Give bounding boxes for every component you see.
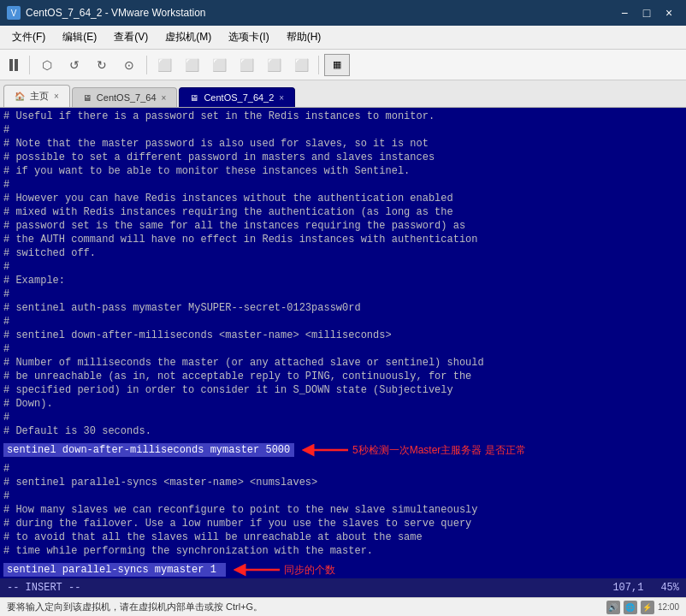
tab-centos1-label: CentOS_7_64: [97, 92, 157, 103]
command-line-2: sentinel parallel-syncs mymaster 1: [3, 563, 226, 577]
command-line-1: sentinel down-after-milliseconds mymaste…: [3, 443, 294, 457]
menu-view[interactable]: 查看(V): [105, 27, 157, 48]
line-26: #: [3, 462, 683, 476]
annotation-2: 同步的个数: [233, 558, 335, 578]
line-20: # be unreachable (as in, not acceptable …: [3, 370, 683, 383]
toolbar-btn-4[interactable]: ⊙: [117, 53, 141, 77]
menu-tabs[interactable]: 选项卡(I): [220, 27, 277, 48]
menu-edit[interactable]: 编辑(E): [54, 27, 105, 48]
line-28: #: [3, 489, 683, 503]
line-32: # time while performing the synchronizat…: [3, 544, 683, 558]
toolbar-btn-9[interactable]: ⬜: [262, 53, 286, 77]
title-bar-left: V CentOS_7_64_2 - VMware Workstation: [7, 6, 206, 20]
annotation-1: 5秒检测一次Master主服务器 是否正常: [301, 438, 526, 462]
vim-status-bar: -- INSERT -- 107,1 45%: [0, 578, 686, 597]
annotation-arrow-2: [233, 558, 284, 578]
toolbar-btn-7[interactable]: ⬜: [207, 53, 231, 77]
annotation-text-2: 同步的个数: [284, 563, 335, 578]
line-9: # password set is the same for all the i…: [3, 219, 683, 233]
annotation-arrow-1: [301, 438, 352, 462]
bottom-bar: 要将输入定向到该虚拟机，请在虚拟机内部单击或按 Ctrl+G。 🔊 🌐 ⚡ 12…: [0, 597, 686, 616]
line-7: # However you can have Redis instances w…: [3, 192, 683, 205]
tab-centos1-close[interactable]: ×: [162, 93, 167, 103]
system-tray: 🔊 🌐 ⚡ 12:00: [606, 601, 679, 614]
line-27: # sentinel parallel-syncs <master-name> …: [3, 476, 683, 489]
line-2: #: [3, 123, 683, 137]
line-13: # Example:: [3, 274, 683, 287]
close-button[interactable]: ×: [659, 3, 679, 23]
line-30: # during the failover. Use a low number …: [3, 517, 683, 530]
line-14: #: [3, 287, 683, 301]
annotation-text-1: 5秒检测一次Master主服务器 是否正常: [352, 443, 526, 458]
line-19: # Number of milliseconds the master (or …: [3, 356, 683, 370]
vim-percent: 45%: [660, 582, 679, 594]
line-24: # Default is 30 seconds.: [3, 424, 683, 438]
window-controls: − □ ×: [614, 3, 679, 23]
command-line-2-container: sentinel parallel-syncs mymaster 1 同步的个数: [3, 558, 683, 578]
line-17: # sentinel down-after-milliseconds <mast…: [3, 329, 683, 342]
menu-help[interactable]: 帮助(H): [278, 27, 330, 48]
menu-vm[interactable]: 虚拟机(M): [157, 27, 220, 48]
line-23: #: [3, 411, 683, 424]
line-11: # switched off.: [3, 246, 683, 260]
sys-icon-3: ⚡: [641, 601, 654, 614]
title-bar: V CentOS_7_64_2 - VMware Workstation − □…: [0, 0, 686, 26]
line-16: #: [3, 315, 683, 329]
toolbar-btn-1[interactable]: ⬡: [35, 53, 59, 77]
toolbar-btn-2[interactable]: ↺: [62, 53, 86, 77]
toolbar-separator-2: [146, 56, 147, 74]
bottom-message: 要将输入定向到该虚拟机，请在虚拟机内部单击或按 Ctrl+G。: [7, 601, 263, 613]
window-title: CentOS_7_64_2 - VMware Workstation: [26, 7, 206, 19]
app-icon: V: [7, 6, 21, 20]
line-22: # Down).: [3, 397, 683, 411]
menu-file[interactable]: 文件(F): [3, 27, 54, 48]
tab-centos2-label: CentOS_7_64_2: [204, 92, 274, 103]
toolbar: ⬡ ↺ ↻ ⊙ ⬜ ⬜ ⬜ ⬜ ⬜ ⬜ ▦: [0, 50, 686, 80]
toolbar-btn-6[interactable]: ⬜: [180, 53, 204, 77]
home-icon: 🏠: [15, 92, 25, 101]
line-29: # How many slaves we can reconfigure to …: [3, 503, 683, 517]
toolbar-btn-3[interactable]: ↻: [90, 53, 114, 77]
menu-bar: 文件(F) 编辑(E) 查看(V) 虚拟机(M) 选项卡(I) 帮助(H): [0, 26, 686, 50]
toolbar-btn-10[interactable]: ⬜: [289, 53, 313, 77]
line-1: # Useful if there is a password set in t…: [3, 110, 683, 123]
tab-home-label: 主页: [30, 90, 49, 103]
vim-mode: -- INSERT --: [7, 582, 80, 594]
sys-icon-1: 🔊: [606, 601, 620, 614]
tab-centos2[interactable]: 🖥 CentOS_7_64_2 ×: [179, 87, 295, 107]
toolbar-icon-box[interactable]: ▦: [324, 54, 350, 76]
line-10: # the AUTH command will have no effect i…: [3, 233, 683, 246]
tab-centos2-close[interactable]: ×: [279, 93, 284, 103]
line-5: # if you want to be able to monitor thes…: [3, 164, 683, 178]
line-4: # possible to set a different password i…: [3, 151, 683, 164]
maximize-button[interactable]: □: [636, 3, 657, 23]
tab-home-close[interactable]: ×: [54, 92, 59, 101]
tab-centos1[interactable]: 🖥 CentOS_7_64 ×: [72, 87, 178, 107]
terminal-content: # Useful if there is a password set in t…: [0, 108, 686, 578]
vm-icon-2: 🖥: [190, 93, 198, 103]
minimize-button[interactable]: −: [614, 3, 635, 23]
toolbar-btn-5[interactable]: ⬜: [152, 53, 176, 77]
vim-pos: 107,1: [612, 582, 643, 594]
app-window: V CentOS_7_64_2 - VMware Workstation − □…: [0, 0, 686, 616]
line-12: #: [3, 260, 683, 274]
line-31: # to avoid that all the slaves will be u…: [3, 530, 683, 544]
line-6: #: [3, 178, 683, 192]
command-line-1-container: sentinel down-after-milliseconds mymaste…: [3, 438, 683, 462]
vim-position: 107,1 45%: [612, 582, 679, 594]
sys-icon-2: 🌐: [624, 601, 637, 614]
terminal[interactable]: # Useful if there is a password set in t…: [0, 108, 686, 578]
line-15: # sentinel auth-pass mymaster MySUPER--s…: [3, 301, 683, 315]
line-8: # mixed with Redis instances requiring t…: [3, 205, 683, 219]
pause-button[interactable]: [3, 56, 24, 74]
line-21: # specified period) in order to consider…: [3, 383, 683, 397]
clock: 12:00: [658, 602, 679, 612]
line-3: # Note that the master password is also …: [3, 137, 683, 151]
tab-bar: 🏠 主页 × 🖥 CentOS_7_64 × 🖥 CentOS_7_64_2 ×: [0, 80, 686, 108]
line-18: #: [3, 342, 683, 356]
toolbar-separator-1: [29, 56, 30, 74]
toolbar-btn-8[interactable]: ⬜: [234, 53, 258, 77]
vm-icon-1: 🖥: [83, 93, 92, 103]
tab-home[interactable]: 🏠 主页 ×: [3, 85, 70, 107]
toolbar-separator-3: [318, 56, 319, 74]
